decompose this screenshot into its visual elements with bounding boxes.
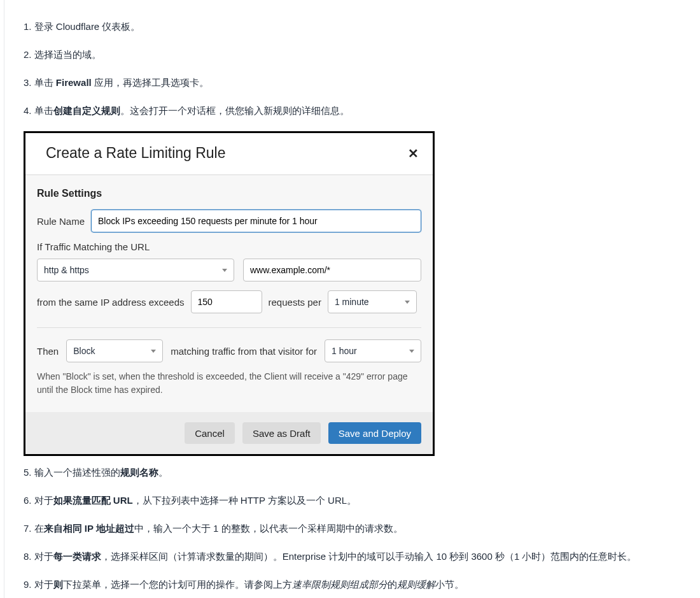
step-6: 6. 对于如果流量匹配 URL，从下拉列表中选择一种 HTTP 方案以及一个 U… [24,493,700,508]
requests-per-label: requests per [269,297,321,308]
step-3-bold: Firewall [56,77,92,88]
document-content: 1. 登录 Cloudflare 仪表板。 2. 选择适当的域。 3. 单击 F… [4,0,700,598]
cancel-button[interactable]: Cancel [185,422,235,444]
duration-select[interactable]: 1 hour [325,339,421,362]
step-6-pre: 6. 对于 [24,495,53,506]
step-9-mid: 下拉菜单，选择一个您的计划可用的操作。请参阅上方 [63,579,292,590]
action-select[interactable]: Block [66,339,163,362]
modal-title: Create a Rate Limiting Rule [46,145,226,162]
step-9-mid2: 的 [388,579,397,590]
period-value: 1 minute [335,297,369,307]
step-9-em2: 规则缓解 [397,579,435,590]
step-7-post: 中，输入一个大于 1 的整数，以代表一个采样周期中的请求数。 [134,523,403,534]
step-7: 7. 在来自相同 IP 地址超过中，输入一个大于 1 的整数，以代表一个采样周期… [24,521,700,536]
step-4-pre: 4. 单击 [24,105,53,116]
step-5-bold: 规则名称 [120,467,158,478]
action-value: Block [73,346,95,356]
traffic-row: http & https [37,259,421,281]
step-8-pre: 8. 对于 [24,551,53,562]
threshold-input[interactable] [191,290,262,313]
save-draft-button[interactable]: Save as Draft [242,422,321,444]
step-5-post: 。 [158,467,168,478]
rule-name-row: Rule Name [37,210,421,232]
step-7-bold: 来自相同 IP 地址超过 [44,523,134,534]
step-9-bold: 则 [53,579,63,590]
helper-text: When "Block" is set, when the threshold … [37,370,421,397]
step-2: 2. 选择适当的域。 [24,47,700,62]
modal-header: Create a Rate Limiting Rule ✕ [25,133,433,175]
rule-name-input[interactable] [91,210,421,232]
step-9-pre: 9. 对于 [24,579,53,590]
matching-for-label: matching traffic from that visitor for [171,346,317,357]
step-5-pre: 5. 输入一个描述性强的 [24,467,120,478]
modal-body: Rule Settings Rule Name If Traffic Match… [25,175,433,412]
exceed-row: from the same IP address exceeds request… [37,290,421,328]
then-label: Then [37,346,59,357]
close-icon[interactable]: ✕ [408,147,419,160]
from-same-ip-label: from the same IP address exceeds [37,297,185,308]
step-9: 9. 对于则下拉菜单，选择一个您的计划可用的操作。请参阅上方速率限制规则组成部分… [24,577,700,592]
step-4-post: 。这会打开一个对话框，供您输入新规则的详细信息。 [120,105,349,116]
step-1: 1. 登录 Cloudflare 仪表板。 [24,19,700,34]
then-row: Then Block matching traffic from that vi… [37,339,421,362]
url-input[interactable] [243,259,421,281]
traffic-label: If Traffic Matching the URL [37,241,421,252]
save-deploy-button[interactable]: Save and Deploy [328,422,421,444]
scheme-value: http & https [44,265,89,275]
step-9-post: 小节。 [435,579,464,590]
step-4-bold: 创建自定义规则 [53,105,120,116]
step-6-bold: 如果流量匹配 URL [53,495,133,506]
modal-footer: Cancel Save as Draft Save and Deploy [25,412,433,454]
step-4: 4. 单击创建自定义规则。这会打开一个对话框，供您输入新规则的详细信息。 [24,103,700,118]
step-8-post: ，选择采样区间（计算请求数量的期间）。Enterprise 计划中的域可以手动输… [101,551,637,562]
section-title: Rule Settings [37,188,421,199]
duration-value: 1 hour [332,346,357,356]
step-3-pre: 3. 单击 [24,77,56,88]
step-8: 8. 对于每一类请求，选择采样区间（计算请求数量的期间）。Enterprise … [24,549,700,564]
rule-name-label: Rule Name [37,216,85,227]
step-6-post: ，从下拉列表中选择一种 HTTP 方案以及一个 URL。 [133,495,356,506]
step-3-post: 应用，再选择工具选项卡。 [92,77,209,88]
period-select[interactable]: 1 minute [328,290,417,313]
scheme-select[interactable]: http & https [37,259,234,281]
step-7-pre: 7. 在 [24,523,44,534]
step-9-em1: 速率限制规则组成部分 [292,579,388,590]
step-5: 5. 输入一个描述性强的规则名称。 [24,465,700,480]
step-3: 3. 单击 Firewall 应用，再选择工具选项卡。 [24,75,700,90]
step-8-bold: 每一类请求 [53,551,101,562]
rate-limit-modal: Create a Rate Limiting Rule ✕ Rule Setti… [24,131,435,456]
